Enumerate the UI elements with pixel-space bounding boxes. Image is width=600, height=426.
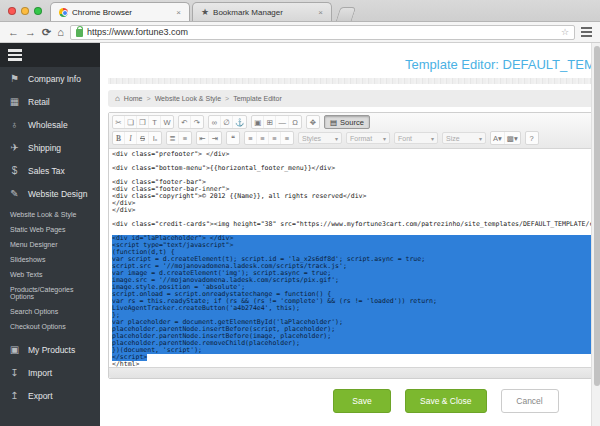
align-center-icon[interactable]: ≡ xyxy=(257,132,269,144)
hr-icon[interactable]: ― xyxy=(276,116,289,128)
tab-chrome-browser[interactable]: Chrome Browser × xyxy=(50,2,190,21)
toolbar-dropdown[interactable]: Font ▾ xyxy=(394,132,438,144)
bg-color-icon[interactable]: ▩▾ xyxy=(505,132,520,144)
numbered-list-icon[interactable]: ≣ xyxy=(167,132,179,144)
blockquote-icon[interactable]: ❝ xyxy=(227,132,239,144)
sidebar-header[interactable] xyxy=(0,43,100,67)
new-tab-button[interactable] xyxy=(336,7,357,21)
editor-resize-bar[interactable] xyxy=(109,367,600,378)
align-right-icon[interactable]: ≡ xyxy=(269,132,281,144)
italic-icon[interactable]: I xyxy=(125,132,137,144)
window-minimize-button[interactable] xyxy=(21,7,29,15)
editor-toolbar: ✂❏❒TW ↶↷ ∞∅⚓ ▣⊞―Ω ✥ ▤ Source xyxy=(109,113,600,149)
page-scrollbar[interactable] xyxy=(591,43,600,426)
maximize-icon[interactable]: ✥ xyxy=(307,116,319,128)
sidebar-subitem[interactable]: Menu Designer xyxy=(0,237,100,252)
undo-icon[interactable]: ↶ xyxy=(179,116,191,128)
browser-menu-icon[interactable] xyxy=(581,27,592,37)
bullet-list-icon[interactable]: ≡ xyxy=(179,132,191,144)
remove-format-icon[interactable]: Iₓ xyxy=(149,132,161,144)
save-close-button[interactable]: Save & Close xyxy=(405,389,487,413)
indent-icon[interactable]: ⇥ xyxy=(209,132,221,144)
sidebar-subitem[interactable]: Checkout Options xyxy=(0,319,100,334)
anchor-icon[interactable]: ⚓ xyxy=(233,116,246,128)
toolbar-dropdown[interactable]: Styles ▾ xyxy=(298,132,342,144)
code-line: var rs = this.readyState; if (rs && (rs … xyxy=(112,298,600,305)
sidebar-main-menu: ⚑ Company Info ▦ Retail ♁ Wholesale ✈ Sh… xyxy=(0,67,100,205)
back-icon[interactable]: ← xyxy=(8,27,19,38)
hamburger-icon[interactable] xyxy=(8,49,22,61)
toolbar-dropdown[interactable]: Format ▾ xyxy=(346,132,390,144)
tab-label: Chrome Browser xyxy=(72,8,132,17)
code-textarea[interactable]: <div class="prefooter"> </div> <div clas… xyxy=(109,149,600,367)
align-left-icon[interactable]: ≡ xyxy=(245,132,257,144)
code-line xyxy=(112,228,600,235)
link-icon[interactable]: ∞ xyxy=(209,116,221,128)
sidebar-item[interactable]: ↧ Import xyxy=(0,361,100,384)
toolbar-row-2: BISIₓ ≣≡ ⇤⇥ ❝ ≡≡≡≡ xyxy=(112,131,600,145)
dropdown-label: Format xyxy=(350,135,372,142)
sidebar-item[interactable]: ▦ Retail xyxy=(0,90,100,113)
color-button-group: A▾ ▩▾ xyxy=(490,131,521,145)
sidebar-item[interactable]: $ Sales Tax xyxy=(0,159,100,182)
help-button[interactable]: ? xyxy=(526,132,538,144)
sidebar-item-label: Export xyxy=(28,391,53,401)
sidebar-item[interactable]: ▣ My Products xyxy=(0,338,100,361)
paste-icon[interactable]: ❒ xyxy=(137,116,149,128)
code-line: <script type="text/javascript"> xyxy=(112,242,600,249)
breadcrumb-home[interactable]: Home xyxy=(124,95,143,102)
sidebar-subitem[interactable]: Search Options xyxy=(0,304,100,319)
sidebar-item[interactable]: ⚑ Company Info xyxy=(0,67,100,90)
toolbar-group: ✥ xyxy=(306,115,320,129)
header-divider xyxy=(108,78,600,84)
toolbar-dropdown[interactable]: Size ▾ xyxy=(442,132,486,144)
unlink-icon[interactable]: ∅ xyxy=(221,116,233,128)
sidebar-subitem[interactable]: Web Texts xyxy=(0,267,100,282)
sidebar-subitem[interactable]: Products/Categories Options xyxy=(0,282,100,304)
url-input[interactable]: https://www.fortune3.com ☆ xyxy=(70,25,575,40)
paste-word-icon[interactable]: W xyxy=(161,116,173,128)
sidebar-item[interactable]: ↥ Export xyxy=(0,384,100,407)
sidebar-item[interactable]: ♁ Wholesale xyxy=(0,113,100,136)
sidebar-subitem[interactable]: Static Web Pages xyxy=(0,222,100,237)
home-icon[interactable]: ⌂ xyxy=(57,27,64,38)
breadcrumb-level1[interactable]: Website Look & Style xyxy=(155,95,221,102)
bold-icon[interactable]: B xyxy=(113,132,125,144)
paste-text-icon[interactable]: T xyxy=(149,116,161,128)
window-zoom-button[interactable] xyxy=(34,7,42,15)
reload-icon[interactable]: ⟳ xyxy=(42,27,51,38)
sidebar-item[interactable]: ✎ Website Design xyxy=(0,182,100,205)
image-icon[interactable]: ▣ xyxy=(252,116,264,128)
cut-icon[interactable]: ✂ xyxy=(113,116,125,128)
strike-icon[interactable]: S xyxy=(137,132,149,144)
save-button[interactable]: Save xyxy=(333,389,391,413)
source-button[interactable]: ▤ Source xyxy=(324,115,370,129)
sidebar-subitem[interactable]: Slideshows xyxy=(0,252,100,267)
bookmark-star-icon[interactable]: ☆ xyxy=(561,27,569,37)
scrollbar-thumb[interactable] xyxy=(594,46,600,386)
align-justify-icon[interactable]: ≡ xyxy=(281,132,293,144)
tab-bookmark-manager[interactable]: ★ Bookmark Manager × xyxy=(192,2,332,21)
outdent-icon[interactable]: ⇤ xyxy=(197,132,209,144)
sidebar-item-label: Retail xyxy=(28,97,50,107)
cancel-button[interactable]: Cancel xyxy=(501,389,559,413)
tab-close-icon[interactable]: × xyxy=(318,8,323,17)
window-close-button[interactable] xyxy=(8,7,16,15)
table-icon[interactable]: ⊞ xyxy=(264,116,276,128)
tab-close-icon[interactable]: × xyxy=(176,8,181,17)
app-window: ⚑ Company Info ▦ Retail ♁ Wholesale ✈ Sh… xyxy=(0,43,600,426)
window-controls[interactable] xyxy=(6,0,50,21)
code-line: <div class="footer-bar-inner"> xyxy=(112,186,600,193)
sidebar-item-label: Website Design xyxy=(28,189,87,199)
forward-icon[interactable]: → xyxy=(25,27,36,38)
special-char-icon[interactable]: Ω xyxy=(289,116,301,128)
copy-icon[interactable]: ❏ xyxy=(125,116,137,128)
text-color-icon[interactable]: A▾ xyxy=(491,132,505,144)
chevron-down-icon: ▾ xyxy=(383,135,386,142)
toolbar-group: ≡≡≡≡ xyxy=(244,131,294,145)
sidebar-subitem[interactable]: Website Look & Style xyxy=(0,207,100,222)
url-text: https://www.fortune3.com xyxy=(87,27,188,37)
sidebar: ⚑ Company Info ▦ Retail ♁ Wholesale ✈ Sh… xyxy=(0,43,100,426)
sidebar-item[interactable]: ✈ Shipping xyxy=(0,136,100,159)
redo-icon[interactable]: ↷ xyxy=(191,116,203,128)
